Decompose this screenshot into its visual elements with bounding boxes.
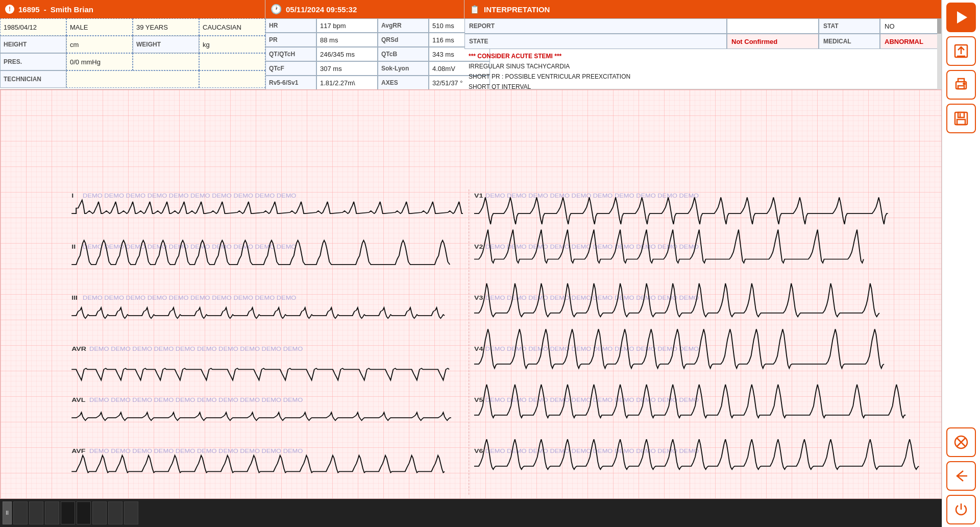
strip-seg-1 bbox=[13, 501, 28, 524]
pres-empty2 bbox=[199, 53, 265, 70]
svg-text:DEMO DEMO DEMO DEMO DEMO DEMO : DEMO DEMO DEMO DEMO DEMO DEMO DEMO DEMO … bbox=[83, 244, 296, 250]
strip-seg-8 bbox=[124, 501, 138, 524]
tech-value bbox=[66, 70, 199, 88]
strip-seg-6 bbox=[92, 501, 107, 524]
save-button[interactable] bbox=[946, 104, 976, 133]
strip-pause-button[interactable]: II bbox=[3, 501, 12, 524]
height-unit: cm bbox=[66, 36, 133, 53]
play-button[interactable] bbox=[946, 3, 976, 32]
interp-line-1: *** CONSIDER ACUTE STEMI *** bbox=[469, 51, 937, 61]
svg-text:DEMO DEMO DEMO DEMO DEMO DEMO : DEMO DEMO DEMO DEMO DEMO DEMO DEMO DEMO … bbox=[83, 193, 296, 199]
qtqtch-value: 246/345 ms bbox=[316, 47, 378, 61]
weight-label: WEIGHT bbox=[133, 36, 199, 53]
scrollbar-track[interactable] bbox=[937, 18, 941, 90]
qtqtch-label: QT/QTcH bbox=[265, 47, 316, 61]
patient-dob: 1985/04/12 bbox=[0, 18, 66, 36]
bottom-strip: II bbox=[0, 499, 942, 527]
medical-label: MEDICAL bbox=[819, 34, 880, 49]
patient-name: Smith Brian bbox=[51, 5, 93, 14]
pres-value: 0/0 mmHg bbox=[66, 53, 133, 70]
patient-name-separator: - bbox=[44, 5, 46, 14]
svg-text:DEMO DEMO DEMO DEMO DEMO DEMO : DEMO DEMO DEMO DEMO DEMO DEMO DEMO DEMO … bbox=[83, 295, 296, 301]
ecg-lead-V6 bbox=[474, 439, 919, 469]
state-label: STATE bbox=[464, 34, 727, 49]
delete-button[interactable] bbox=[946, 427, 976, 457]
qtcf-value: 307 ms bbox=[316, 61, 378, 76]
svg-point-19 bbox=[964, 83, 965, 85]
tech-label: TECHNICIAN bbox=[0, 70, 66, 88]
hr-label: HR bbox=[265, 18, 316, 33]
avqrr-label: AvgRR bbox=[378, 18, 429, 33]
svg-text:DEMO DEMO DEMO DEMO DEMO DEMO : DEMO DEMO DEMO DEMO DEMO DEMO DEMO DEMO … bbox=[89, 346, 303, 352]
lead-AVR-label: AVR bbox=[71, 345, 87, 352]
print-button[interactable] bbox=[946, 70, 976, 100]
axes-label: AXES bbox=[378, 76, 429, 90]
hr-value: 117 bpm bbox=[316, 18, 378, 33]
lead-V2-label: V2 bbox=[474, 243, 483, 250]
lead-V1-label: V1 bbox=[474, 192, 483, 199]
lead-V6-label: V6 bbox=[474, 447, 483, 454]
svg-text:DEMO DEMO DEMO DEMO DEMO DEMO : DEMO DEMO DEMO DEMO DEMO DEMO DEMO DEMO … bbox=[485, 193, 699, 199]
state-value: Not Confirmed bbox=[727, 34, 819, 49]
svg-text:DEMO DEMO DEMO DEMO DEMO DEMO : DEMO DEMO DEMO DEMO DEMO DEMO DEMO DEMO … bbox=[485, 346, 699, 352]
sidebar bbox=[942, 0, 980, 527]
patient-race: CAUCASIAN bbox=[199, 18, 265, 36]
back-button[interactable] bbox=[946, 461, 976, 491]
patient-sex: MALE bbox=[66, 18, 133, 36]
interp-icon: 📋 bbox=[470, 5, 480, 14]
interpretation-header: 📋 INTERPRETATION bbox=[464, 0, 941, 18]
pres-label: PRES. bbox=[0, 53, 66, 70]
ecg-lead-AVR bbox=[71, 368, 449, 380]
svg-text:DEMO DEMO DEMO DEMO DEMO DEMO : DEMO DEMO DEMO DEMO DEMO DEMO DEMO DEMO … bbox=[485, 244, 699, 250]
upload-button[interactable] bbox=[946, 36, 976, 66]
scrollbar-thumb[interactable] bbox=[937, 18, 941, 34]
lead-V5-label: V5 bbox=[474, 396, 483, 403]
lead-AVF-label: AVF bbox=[71, 447, 85, 454]
svg-rect-22 bbox=[957, 119, 965, 125]
strip-seg-4 bbox=[61, 501, 75, 524]
tech-empty bbox=[199, 70, 265, 88]
ecg-lead-AVF bbox=[71, 456, 445, 473]
strip-seg-2 bbox=[29, 501, 43, 524]
pres-empty bbox=[133, 53, 199, 70]
medical-value: ABNORMAL bbox=[880, 34, 941, 49]
lead-AVL-label: AVL bbox=[71, 396, 85, 403]
alert-icon: ! bbox=[5, 5, 14, 14]
svg-text:DEMO DEMO DEMO DEMO DEMO DEMO : DEMO DEMO DEMO DEMO DEMO DEMO DEMO DEMO … bbox=[89, 448, 303, 454]
ecg-lead-V1 bbox=[474, 198, 888, 225]
stat-value: NO bbox=[880, 18, 941, 34]
stat-label: STAT bbox=[819, 18, 880, 34]
rv5sv1-value: 1.81/2.27m\ bbox=[316, 76, 378, 90]
svg-rect-21 bbox=[958, 112, 964, 117]
svg-marker-13 bbox=[957, 11, 967, 23]
lead-II-label: II bbox=[71, 243, 76, 250]
qrsd-label: QRSd bbox=[378, 33, 429, 47]
vitals-header: 🕐 05/11/2024 09:55:32 bbox=[265, 0, 464, 18]
weight-unit: kg bbox=[199, 36, 265, 53]
vitals-datetime: 05/11/2024 09:55:32 bbox=[286, 5, 357, 14]
qtcf-label: QTcF bbox=[265, 61, 316, 76]
svg-text:DEMO DEMO DEMO DEMO DEMO DEMO : DEMO DEMO DEMO DEMO DEMO DEMO DEMO DEMO … bbox=[89, 397, 303, 403]
lead-V3-label: V3 bbox=[474, 294, 483, 301]
height-label: HEIGHT bbox=[0, 36, 66, 53]
ecg-lead-I bbox=[71, 200, 463, 213]
power-button[interactable] bbox=[946, 495, 976, 524]
lead-I-label: I bbox=[71, 192, 74, 199]
lead-III-label: III bbox=[71, 294, 78, 301]
patient-age: 39 YEARS bbox=[133, 18, 199, 36]
patient-id: 16895 bbox=[18, 5, 40, 14]
strip-seg-5 bbox=[77, 501, 91, 524]
interp-title: INTERPRETATION bbox=[484, 5, 550, 14]
qtcb-label: QTcB bbox=[378, 47, 429, 61]
strip-seg-7 bbox=[108, 501, 122, 524]
pr-value: 88 ms bbox=[316, 33, 378, 47]
ecg-lead-AVL bbox=[71, 413, 451, 421]
interp-line-2: IRREGULAR SINUS TACHYCARDIA bbox=[469, 61, 937, 71]
pr-label: PR bbox=[265, 33, 316, 47]
report-value bbox=[727, 18, 819, 34]
soklyon-label: Sok-Lyon bbox=[378, 61, 429, 76]
patient-header: ! 16895 - Smith Brian bbox=[0, 0, 265, 18]
rv5sv1-label: Rv5-6/Sv1 bbox=[265, 76, 316, 90]
report-label: REPORT bbox=[464, 18, 727, 34]
clock-icon: 🕐 bbox=[271, 4, 282, 15]
